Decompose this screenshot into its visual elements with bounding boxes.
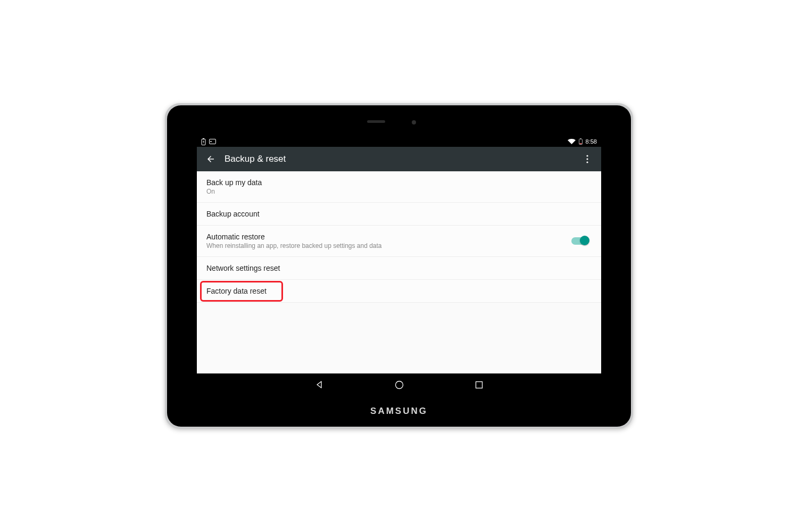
action-bar: Backup & reset	[197, 147, 601, 171]
svg-rect-2	[210, 139, 216, 144]
triangle-back-icon	[315, 380, 323, 389]
svg-point-3	[210, 141, 211, 142]
item-network-settings-reset[interactable]: Network settings reset	[197, 257, 601, 280]
circle-home-icon	[395, 380, 404, 389]
svg-point-8	[586, 158, 588, 160]
svg-rect-1	[203, 138, 204, 139]
square-recent-icon	[475, 381, 483, 389]
toggle-thumb	[580, 236, 589, 245]
overflow-menu-button[interactable]	[577, 147, 598, 171]
item-title: Network settings reset	[206, 264, 592, 272]
wifi-icon	[568, 139, 576, 145]
item-factory-data-reset[interactable]: Factory data reset	[197, 280, 601, 303]
status-time: 8:58	[586, 138, 597, 145]
svg-point-10	[395, 381, 403, 388]
svg-rect-5	[580, 138, 581, 139]
automatic-restore-toggle[interactable]	[571, 237, 587, 245]
arrow-back-icon	[206, 154, 215, 164]
status-bar: 8:58	[197, 136, 601, 147]
nav-recent-button[interactable]	[473, 379, 484, 390]
sim-icon	[209, 139, 216, 144]
settings-list: Back up my data On Backup account Automa…	[197, 171, 601, 373]
battery-charging-icon	[201, 138, 206, 145]
status-right: 8:58	[568, 138, 597, 145]
sensor-slot	[367, 120, 385, 123]
svg-rect-6	[579, 143, 581, 144]
item-automatic-restore[interactable]: Automatic restore When reinstalling an a…	[197, 226, 601, 257]
tablet-outer-shell: 8:58 Backup & reset Back up my data	[165, 103, 633, 429]
more-vert-icon	[586, 155, 588, 163]
item-back-up-my-data[interactable]: Back up my data On	[197, 171, 601, 203]
item-backup-account[interactable]: Backup account	[197, 203, 601, 226]
item-subtitle: On	[206, 188, 592, 195]
item-subtitle: When reinstalling an app, restore backed…	[206, 242, 571, 250]
svg-point-9	[586, 161, 588, 163]
front-camera	[412, 120, 416, 124]
screen: 8:58 Backup & reset Back up my data	[197, 136, 601, 396]
navigation-bar	[197, 373, 601, 396]
device-brand: SAMSUNG	[167, 406, 631, 417]
back-button[interactable]	[200, 147, 221, 171]
battery-low-icon	[579, 138, 583, 145]
status-left	[201, 138, 216, 145]
item-title: Factory data reset	[206, 287, 592, 295]
nav-back-button[interactable]	[314, 379, 325, 390]
item-title: Automatic restore	[206, 232, 571, 241]
page-title: Backup & reset	[225, 154, 286, 164]
nav-home-button[interactable]	[394, 379, 404, 390]
svg-point-7	[586, 155, 588, 156]
svg-rect-11	[476, 381, 482, 388]
item-title: Backup account	[206, 210, 592, 218]
item-title: Back up my data	[206, 178, 592, 187]
tablet-bezel: 8:58 Backup & reset Back up my data	[167, 105, 631, 427]
